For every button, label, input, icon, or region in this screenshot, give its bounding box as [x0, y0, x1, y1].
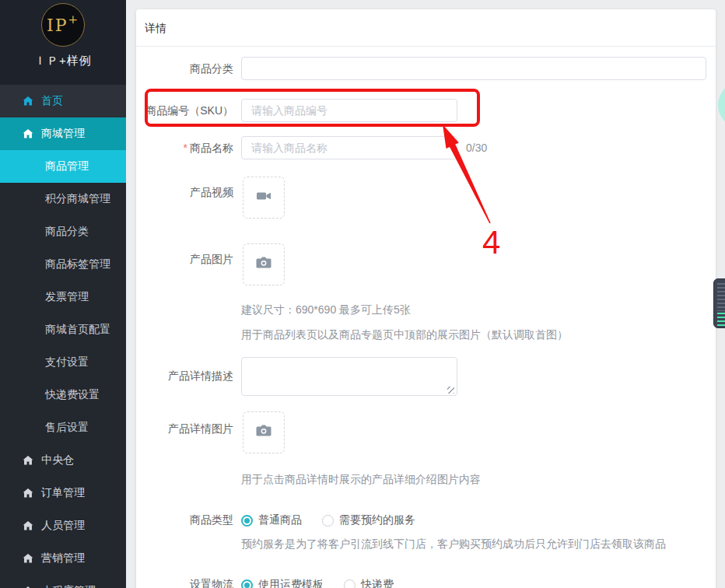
sidebar-item-label: 营销管理 — [41, 551, 85, 565]
sidebar-item-label: 商城管理 — [41, 127, 85, 141]
sidebar-item-label: 商品标签管理 — [45, 257, 110, 271]
sidebar-item-label: 售后设置 — [45, 421, 89, 435]
sidebar-item-label: 中央仓 — [41, 453, 74, 467]
name-input[interactable] — [241, 136, 457, 159]
sidebar: IP+ ＩＰ+样例 首页商城管理商品管理积分商城管理商品分类商品标签管理发票管理… — [0, 0, 126, 588]
desc-label: 产品详情描述 — [136, 364, 233, 387]
sidebar-item-0[interactable]: 首页 — [0, 85, 126, 117]
camera-icon — [255, 254, 272, 275]
sidebar-item-label: 订单管理 — [41, 486, 85, 500]
sidebar-item-12[interactable]: 订单管理 — [0, 477, 126, 509]
sidebar-item-5[interactable]: 商品标签管理 — [0, 248, 126, 281]
home-icon — [22, 128, 34, 140]
sidebar-item-3[interactable]: 积分商城管理 — [0, 183, 126, 215]
sidebar-item-13[interactable]: 人员管理 — [0, 509, 126, 542]
product-type-label: 商品类型 — [136, 508, 233, 531]
home-icon — [22, 552, 34, 565]
required-asterisk: * — [184, 142, 187, 154]
radio-express-fee-label[interactable]: 快递费 — [361, 578, 394, 588]
home-icon — [22, 454, 34, 467]
sidebar-item-label: 商品分类 — [45, 225, 89, 239]
logo-ip-text: IP — [47, 16, 68, 36]
video-label: 产品视频 — [136, 180, 233, 204]
sidebar-item-label: 商品管理 — [45, 159, 89, 173]
brand-logo: IP+ — [41, 3, 85, 47]
logistics-label: 设置物流 — [136, 572, 233, 588]
detail-image-upload-button[interactable] — [243, 411, 285, 453]
scroll-indicator-green-stripes — [717, 313, 725, 326]
video-upload-button[interactable] — [243, 177, 285, 219]
logo-plus-text: + — [68, 12, 79, 26]
sidebar-item-10[interactable]: 售后设置 — [0, 411, 126, 444]
category-label: 商品分类 — [136, 57, 233, 80]
sidebar-item-7[interactable]: 商城首页配置 — [0, 313, 126, 346]
sidebar-item-label: 快递费设置 — [45, 388, 100, 402]
image-size-hint: 建议尺寸：690*690 最多可上传5张 — [241, 302, 411, 317]
product-type-hint: 预约服务是为了将客户引流到线下门店，客户购买预约成功后只允许到门店去领取该商品 — [241, 536, 666, 551]
category-input[interactable] — [241, 57, 706, 80]
radio-freight-template[interactable] — [241, 579, 253, 588]
home-icon — [22, 520, 34, 532]
radio-reservation-service[interactable] — [322, 515, 334, 527]
sidebar-item-label: 支付设置 — [45, 355, 89, 369]
sidebar-logo-area: IP+ ＩＰ+样例 — [0, 0, 126, 85]
home-icon — [22, 585, 34, 588]
sku-input[interactable] — [241, 99, 457, 122]
sidebar-item-label: 首页 — [41, 94, 63, 108]
sidebar-item-9[interactable]: 快递费设置 — [0, 379, 126, 411]
detail-card: 详情 商品分类 商品编号（SKU） *商品名称 0/30 产品视频 产品图片 建… — [136, 9, 716, 588]
sidebar-item-label: 小程序管理 — [41, 584, 96, 588]
home-icon — [22, 487, 34, 499]
desc-textarea[interactable] — [241, 357, 457, 396]
image-upload-button[interactable] — [243, 243, 285, 285]
radio-reservation-service-label[interactable]: 需要预约的服务 — [339, 513, 415, 527]
tab-detail: 详情 — [136, 9, 716, 47]
textarea-resize-handle[interactable] — [447, 387, 454, 394]
sidebar-item-6[interactable]: 发票管理 — [0, 281, 126, 313]
name-label: *商品名称 — [136, 136, 233, 159]
sidebar-nav: 首页商城管理商品管理积分商城管理商品分类商品标签管理发票管理商城首页配置支付设置… — [0, 85, 126, 588]
brand-name: ＩＰ+样例 — [34, 54, 92, 68]
radio-normal-product-label[interactable]: 普通商品 — [258, 513, 302, 527]
sidebar-item-2[interactable]: 商品管理 — [0, 150, 126, 183]
radio-express-fee[interactable] — [344, 579, 355, 588]
floating-assistant-button[interactable] — [718, 82, 725, 128]
sidebar-item-4[interactable]: 商品分类 — [0, 215, 126, 248]
radio-normal-product[interactable] — [241, 515, 253, 527]
sidebar-item-14[interactable]: 营销管理 — [0, 542, 126, 575]
sidebar-item-label: 发票管理 — [45, 290, 89, 304]
image-usage-hint: 用于商品列表页以及商品专题页中顶部的展示图片（默认调取首图） — [241, 327, 568, 342]
sidebar-item-label: 人员管理 — [41, 519, 85, 533]
image-label: 产品图片 — [136, 247, 233, 271]
scroll-indicator-gray-stripes — [717, 283, 725, 311]
sidebar-item-label: 商城首页配置 — [45, 323, 110, 337]
sidebar-item-15[interactable]: 小程序管理 — [0, 575, 126, 588]
radio-freight-template-label[interactable]: 使用运费模板 — [258, 578, 324, 588]
detail-image-hint: 用于点击商品详情时展示的产品详细介绍图片内容 — [241, 471, 481, 487]
home-icon — [22, 95, 34, 107]
sidebar-item-label: 积分商城管理 — [45, 192, 110, 206]
detail-image-label: 产品详情图片 — [136, 417, 233, 440]
sidebar-item-11[interactable]: 中央仓 — [0, 444, 126, 477]
name-char-counter: 0/30 — [466, 136, 487, 159]
scroll-indicator-widget[interactable] — [713, 278, 725, 328]
sku-label: 商品编号（SKU） — [136, 99, 233, 122]
sidebar-item-1[interactable]: 商城管理 — [0, 117, 126, 150]
sidebar-item-8[interactable]: 支付设置 — [0, 346, 126, 379]
video-camera-icon — [255, 187, 272, 208]
camera-icon — [255, 422, 272, 443]
